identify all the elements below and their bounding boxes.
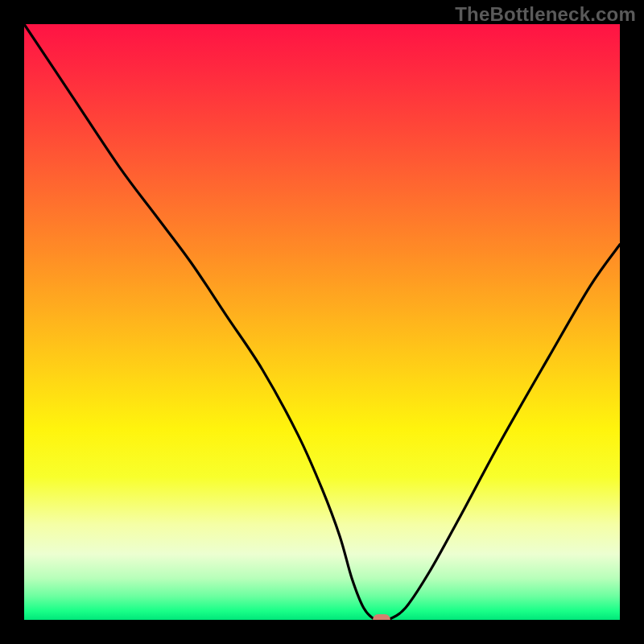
- watermark-text: TheBottleneck.com: [455, 3, 636, 26]
- optimal-marker: [373, 614, 390, 620]
- bottleneck-curve: [24, 24, 620, 620]
- plot-area: [24, 24, 620, 620]
- curve-svg: [24, 24, 620, 620]
- chart-frame: TheBottleneck.com: [0, 0, 644, 644]
